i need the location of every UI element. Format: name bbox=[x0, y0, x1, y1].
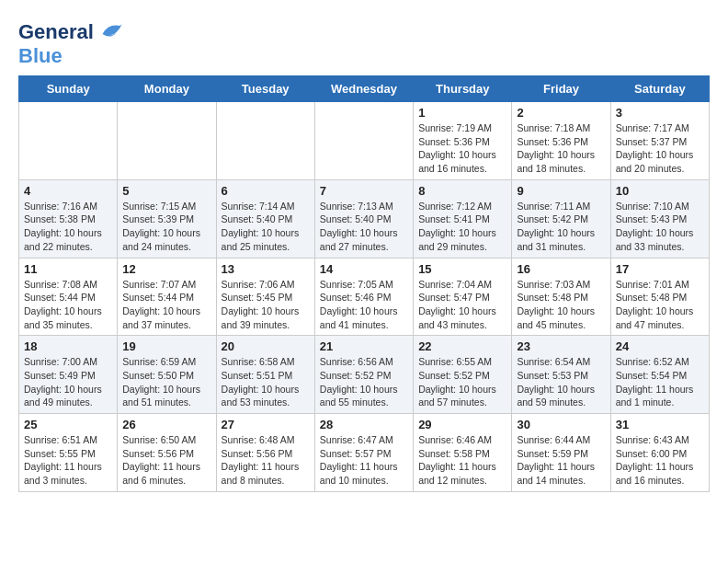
day-info: Sunrise: 7:16 AM Sunset: 5:38 PM Dayligh… bbox=[24, 200, 112, 254]
day-info: Sunrise: 7:07 AM Sunset: 5:44 PM Dayligh… bbox=[122, 278, 210, 332]
day-number: 24 bbox=[616, 339, 704, 353]
day-info: Sunrise: 7:03 AM Sunset: 5:48 PM Dayligh… bbox=[517, 278, 605, 332]
calendar-cell: 5Sunrise: 7:15 AM Sunset: 5:39 PM Daylig… bbox=[118, 179, 216, 258]
calendar-cell: 26Sunrise: 6:50 AM Sunset: 5:56 PM Dayli… bbox=[118, 414, 216, 492]
day-info: Sunrise: 7:04 AM Sunset: 5:47 PM Dayligh… bbox=[418, 278, 506, 332]
day-info: Sunrise: 7:11 AM Sunset: 5:42 PM Dayligh… bbox=[517, 200, 605, 254]
day-number: 21 bbox=[320, 339, 408, 353]
logo-text: General bbox=[18, 22, 94, 42]
calendar-day-header: Friday bbox=[512, 76, 610, 102]
day-number: 12 bbox=[122, 262, 210, 276]
day-info: Sunrise: 7:08 AM Sunset: 5:44 PM Dayligh… bbox=[24, 278, 112, 332]
day-number: 18 bbox=[24, 339, 112, 353]
calendar-cell: 21Sunrise: 6:56 AM Sunset: 5:52 PM Dayli… bbox=[314, 336, 413, 414]
day-number: 20 bbox=[222, 339, 310, 353]
calendar-cell: 20Sunrise: 6:58 AM Sunset: 5:51 PM Dayli… bbox=[216, 336, 314, 414]
day-number: 4 bbox=[24, 184, 112, 198]
calendar-cell: 10Sunrise: 7:10 AM Sunset: 5:43 PM Dayli… bbox=[610, 179, 709, 258]
day-number: 31 bbox=[616, 418, 704, 431]
day-info: Sunrise: 7:19 AM Sunset: 5:36 PM Dayligh… bbox=[418, 121, 506, 176]
calendar-cell: 29Sunrise: 6:46 AM Sunset: 5:58 PM Dayli… bbox=[414, 414, 512, 492]
calendar-week-row: 1Sunrise: 7:19 AM Sunset: 5:36 PM Daylig… bbox=[19, 102, 710, 180]
calendar-week-row: 25Sunrise: 6:51 AM Sunset: 5:55 PM Dayli… bbox=[19, 414, 710, 492]
calendar-day-header: Sunday bbox=[19, 76, 118, 102]
day-number: 26 bbox=[122, 418, 210, 431]
calendar-cell: 17Sunrise: 7:01 AM Sunset: 5:48 PM Dayli… bbox=[610, 258, 709, 336]
day-info: Sunrise: 7:13 AM Sunset: 5:40 PM Dayligh… bbox=[320, 200, 408, 254]
calendar-table: SundayMondayTuesdayWednesdayThursdayFrid… bbox=[18, 75, 710, 492]
calendar-cell bbox=[216, 102, 314, 180]
calendar-week-row: 11Sunrise: 7:08 AM Sunset: 5:44 PM Dayli… bbox=[19, 258, 710, 336]
calendar-cell: 4Sunrise: 7:16 AM Sunset: 5:38 PM Daylig… bbox=[19, 179, 118, 258]
day-info: Sunrise: 7:01 AM Sunset: 5:48 PM Dayligh… bbox=[616, 278, 704, 332]
day-number: 15 bbox=[418, 262, 506, 276]
day-number: 14 bbox=[320, 262, 408, 276]
day-number: 5 bbox=[122, 184, 210, 198]
calendar-cell: 2Sunrise: 7:18 AM Sunset: 5:36 PM Daylig… bbox=[512, 102, 610, 180]
calendar-cell: 13Sunrise: 7:06 AM Sunset: 5:45 PM Dayli… bbox=[216, 258, 314, 336]
day-info: Sunrise: 7:15 AM Sunset: 5:39 PM Dayligh… bbox=[122, 200, 210, 254]
day-info: Sunrise: 7:18 AM Sunset: 5:36 PM Dayligh… bbox=[517, 121, 605, 176]
calendar-header-row: SundayMondayTuesdayWednesdayThursdayFrid… bbox=[19, 76, 710, 102]
day-info: Sunrise: 7:05 AM Sunset: 5:46 PM Dayligh… bbox=[320, 278, 408, 332]
day-number: 25 bbox=[24, 418, 112, 431]
calendar-cell bbox=[19, 102, 118, 180]
calendar-cell: 27Sunrise: 6:48 AM Sunset: 5:56 PM Dayli… bbox=[216, 414, 314, 492]
calendar-day-header: Tuesday bbox=[216, 76, 314, 102]
day-number: 10 bbox=[616, 184, 704, 198]
day-number: 28 bbox=[320, 418, 408, 431]
day-info: Sunrise: 6:59 AM Sunset: 5:50 PM Dayligh… bbox=[122, 355, 210, 409]
day-info: Sunrise: 6:44 AM Sunset: 5:59 PM Dayligh… bbox=[517, 433, 605, 488]
day-info: Sunrise: 7:12 AM Sunset: 5:41 PM Dayligh… bbox=[418, 200, 506, 254]
day-number: 6 bbox=[222, 184, 310, 198]
calendar-cell: 12Sunrise: 7:07 AM Sunset: 5:44 PM Dayli… bbox=[118, 258, 216, 336]
day-info: Sunrise: 6:43 AM Sunset: 6:00 PM Dayligh… bbox=[616, 433, 704, 488]
day-number: 11 bbox=[24, 262, 112, 276]
day-number: 29 bbox=[418, 418, 506, 431]
page-header: General Blue bbox=[18, 18, 710, 66]
calendar-cell: 7Sunrise: 7:13 AM Sunset: 5:40 PM Daylig… bbox=[314, 179, 413, 258]
calendar-cell: 24Sunrise: 6:52 AM Sunset: 5:54 PM Dayli… bbox=[610, 336, 709, 414]
calendar-cell: 6Sunrise: 7:14 AM Sunset: 5:40 PM Daylig… bbox=[216, 179, 314, 258]
day-number: 30 bbox=[517, 418, 605, 431]
logo-text-blue: Blue bbox=[18, 44, 63, 67]
day-info: Sunrise: 7:14 AM Sunset: 5:40 PM Dayligh… bbox=[222, 200, 310, 254]
calendar-cell: 16Sunrise: 7:03 AM Sunset: 5:48 PM Dayli… bbox=[512, 258, 610, 336]
calendar-cell: 1Sunrise: 7:19 AM Sunset: 5:36 PM Daylig… bbox=[414, 102, 512, 180]
logo: General Blue bbox=[18, 18, 123, 66]
calendar-day-header: Thursday bbox=[414, 76, 512, 102]
calendar-day-header: Monday bbox=[118, 76, 216, 102]
day-info: Sunrise: 6:56 AM Sunset: 5:52 PM Dayligh… bbox=[320, 355, 408, 409]
day-number: 1 bbox=[418, 106, 506, 120]
day-number: 22 bbox=[418, 339, 506, 353]
logo-bird-icon bbox=[96, 18, 123, 46]
day-number: 3 bbox=[616, 106, 704, 120]
day-info: Sunrise: 6:50 AM Sunset: 5:56 PM Dayligh… bbox=[122, 433, 210, 488]
day-number: 17 bbox=[616, 262, 704, 276]
day-number: 13 bbox=[222, 262, 310, 276]
day-info: Sunrise: 6:46 AM Sunset: 5:58 PM Dayligh… bbox=[418, 433, 506, 488]
calendar-cell: 8Sunrise: 7:12 AM Sunset: 5:41 PM Daylig… bbox=[414, 179, 512, 258]
calendar-cell: 22Sunrise: 6:55 AM Sunset: 5:52 PM Dayli… bbox=[414, 336, 512, 414]
calendar-cell: 31Sunrise: 6:43 AM Sunset: 6:00 PM Dayli… bbox=[610, 414, 709, 492]
day-info: Sunrise: 6:51 AM Sunset: 5:55 PM Dayligh… bbox=[24, 433, 112, 488]
calendar-cell: 23Sunrise: 6:54 AM Sunset: 5:53 PM Dayli… bbox=[512, 336, 610, 414]
calendar-cell: 30Sunrise: 6:44 AM Sunset: 5:59 PM Dayli… bbox=[512, 414, 610, 492]
day-info: Sunrise: 7:17 AM Sunset: 5:37 PM Dayligh… bbox=[616, 121, 704, 176]
calendar-day-header: Wednesday bbox=[314, 76, 413, 102]
calendar-cell: 9Sunrise: 7:11 AM Sunset: 5:42 PM Daylig… bbox=[512, 179, 610, 258]
calendar-cell: 19Sunrise: 6:59 AM Sunset: 5:50 PM Dayli… bbox=[118, 336, 216, 414]
calendar-cell: 14Sunrise: 7:05 AM Sunset: 5:46 PM Dayli… bbox=[314, 258, 413, 336]
calendar-cell: 15Sunrise: 7:04 AM Sunset: 5:47 PM Dayli… bbox=[414, 258, 512, 336]
day-info: Sunrise: 6:52 AM Sunset: 5:54 PM Dayligh… bbox=[616, 355, 704, 409]
day-info: Sunrise: 6:55 AM Sunset: 5:52 PM Dayligh… bbox=[418, 355, 506, 409]
day-number: 8 bbox=[418, 184, 506, 198]
day-number: 23 bbox=[517, 339, 605, 353]
day-number: 19 bbox=[122, 339, 210, 353]
calendar-cell: 25Sunrise: 6:51 AM Sunset: 5:55 PM Dayli… bbox=[19, 414, 118, 492]
day-number: 2 bbox=[517, 106, 605, 120]
calendar-cell bbox=[118, 102, 216, 180]
calendar-day-header: Saturday bbox=[610, 76, 709, 102]
day-info: Sunrise: 6:58 AM Sunset: 5:51 PM Dayligh… bbox=[222, 355, 310, 409]
calendar-cell: 11Sunrise: 7:08 AM Sunset: 5:44 PM Dayli… bbox=[19, 258, 118, 336]
